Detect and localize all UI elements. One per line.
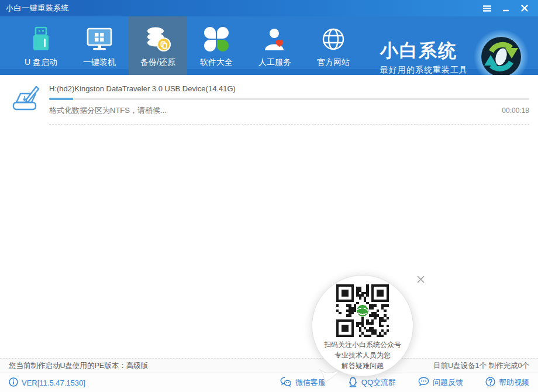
database-backup-icon (143, 25, 173, 54)
nav-item-usb-boot[interactable]: U 盘启动 (12, 16, 70, 75)
usb-count-text: 目前U盘设备1个 制作完成0个 (433, 361, 529, 371)
disk-write-icon (11, 84, 40, 125)
pe-version-text: 您当前制作启动U盘使用的PE版本：高级版 (9, 361, 148, 371)
popup-close-icon[interactable] (415, 274, 426, 284)
person-heart-icon (260, 25, 289, 54)
qq-icon (348, 377, 358, 389)
feedback-bubble-icon (418, 377, 429, 388)
brand-name: 小白系统 (380, 40, 468, 61)
qr-caption-line: 扫码关注小白系统公众号 (312, 339, 413, 350)
progress-fill (49, 98, 73, 100)
task-status-text: 格式化数据分区为NTFS，请稍候... (49, 105, 167, 116)
titlebar: 小白一键重装系统 (0, 0, 538, 16)
brand-tagline: 最好用的系统重装工具 (380, 65, 468, 75)
nav-item-backup-restore[interactable]: 备份/还原 (129, 16, 187, 75)
nav-label: 人工服务 (258, 57, 291, 68)
progress-bar (49, 98, 529, 100)
footer-link-label: 问题反馈 (433, 377, 463, 388)
qr-popup: 扫码关注小白系统公众号 专业技术人员为您 解答疑难问题 (312, 275, 413, 377)
nav-item-software[interactable]: 软件大全 (187, 16, 246, 75)
task-body: H:(hd2)Kingston DataTraveler 3.0 USB Dev… (49, 84, 529, 125)
main-content: H:(hd2)Kingston DataTraveler 3.0 USB Dev… (0, 75, 538, 358)
wechat-icon (280, 377, 292, 388)
window-controls (480, 2, 532, 15)
main-nav: U 盘启动 一键装机 (0, 16, 538, 75)
footer-link-label: QQ交流群 (361, 377, 396, 388)
version-label: VER[11.5.47.1530] (22, 379, 85, 387)
globe-icon (319, 25, 348, 54)
qq-group-link[interactable]: QQ交流群 (348, 377, 396, 389)
usb-drive-icon (26, 25, 56, 54)
minimize-icon[interactable] (498, 2, 513, 15)
footer-link-label: 帮助视频 (499, 377, 529, 388)
qr-code (336, 284, 389, 337)
status-bar: 您当前制作启动U盘使用的PE版本：高级版 目前U盘设备1个 制作完成0个 (0, 358, 538, 373)
version-info[interactable]: VER[11.5.47.1530] (9, 377, 85, 388)
nav-label: 官方网站 (317, 57, 350, 68)
close-icon[interactable] (517, 2, 532, 15)
nav-item-website[interactable]: 官方网站 (304, 16, 363, 75)
popup-tail (316, 368, 342, 383)
apps-clover-icon (202, 25, 231, 54)
help-question-icon (485, 377, 495, 388)
nav-label: 一键装机 (83, 57, 116, 68)
help-video-link[interactable]: 帮助视频 (485, 377, 529, 388)
elapsed-timer: 00:00:18 (502, 106, 529, 115)
usb-task-section: H:(hd2)Kingston DataTraveler 3.0 USB Dev… (0, 75, 538, 125)
nav-item-one-click-install[interactable]: 一键装机 (70, 16, 129, 75)
info-icon (9, 377, 18, 388)
monitor-windows-icon (85, 25, 114, 54)
qr-popup-bubble: 扫码关注小白系统公众号 专业技术人员为您 解答疑难问题 (312, 275, 413, 377)
feedback-link[interactable]: 问题反馈 (418, 377, 463, 388)
hamburger-menu-icon[interactable] (480, 2, 495, 15)
nav-item-support[interactable]: 人工服务 (246, 16, 304, 75)
window-title: 小白一键重装系统 (6, 3, 69, 13)
nav-label: 备份/还原 (140, 57, 175, 68)
app-window: 小白一键重装系统 U 盘启动 (0, 0, 538, 392)
footer-bar: VER[11.5.47.1530] 微信客服 (0, 373, 538, 392)
qr-caption-line: 专业技术人员为您 (312, 350, 413, 360)
nav-label: U 盘启动 (25, 57, 57, 68)
usb-device-title: H:(hd2)Kingston DataTraveler 3.0 USB Dev… (49, 84, 529, 93)
nav-label: 软件大全 (200, 57, 233, 68)
